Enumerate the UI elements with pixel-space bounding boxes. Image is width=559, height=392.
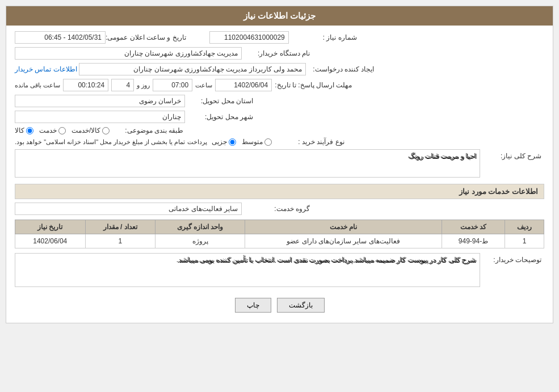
frayand-radio-group: متوسط جزیی	[212, 138, 272, 146]
radio-jozyi[interactable]: جزیی	[212, 138, 236, 146]
back-button[interactable]: بازگشت	[277, 298, 325, 313]
gorohe-khadamat-value: سایر فعالیت‌های خدماتی	[15, 203, 242, 215]
tabaqebandi-label: طبقه بندی موضوعی:	[115, 127, 183, 134]
page-header: جزئیات اطلاعات نیاز	[6, 6, 553, 26]
khadamat-table-container: ردیف کد خدمت نام خدمت واحد اندازه گیری ت…	[15, 220, 544, 248]
tawzih-label: توصیحات خریدار:	[485, 253, 541, 264]
process-text: پرداخت تمام یا بخشی از مبلغ خریدار محل "…	[15, 138, 207, 146]
tawzih-textarea[interactable]	[15, 253, 480, 287]
col-vahed: واحد اندازه گیری	[155, 220, 245, 234]
nam-dastgah-value: مدیریت جهادکشاورزی شهرستان چناران	[15, 47, 242, 60]
tawzih-container: شرح کلی کار در پیوست کار ضمیمه میباشد.پر…	[15, 253, 480, 289]
saat-label: ساعت	[195, 82, 212, 89]
radio-khedmat[interactable]: خدمت	[39, 127, 66, 134]
col-tarikh: تاریخ نیاز	[15, 220, 86, 234]
col-kod: کد خدمت	[442, 220, 505, 234]
shahr-value: چناران	[15, 111, 185, 123]
col-radif: ردیف	[505, 220, 544, 234]
mohlat-label: مهلت ارسال پاسخ: تا تاریخ:	[275, 81, 352, 89]
khadamat-table: ردیف کد خدمت نام خدمت واحد اندازه گیری ت…	[15, 220, 544, 248]
khadamat-section-header: اطلاعات خدمات مورد نیاز	[15, 184, 544, 199]
radio-kala[interactable]: کالا	[15, 127, 33, 134]
table-row: 1ط-94-949فعالیت‌های سایر سازمان‌های دارا…	[15, 234, 544, 248]
shahr-label: شهر محل تحویل:	[185, 113, 253, 121]
page-title: جزئیات اطلاعات نیاز	[243, 11, 316, 20]
nam-dastgah-label: نام دستگاه خریدار:	[242, 49, 310, 57]
shomara-niaz-value: 1102004631000029	[209, 31, 289, 44]
print-button[interactable]: چاپ	[235, 298, 271, 313]
baghimande-label: ساعت باقی مانده	[15, 82, 60, 89]
ijad-konande-label: ایجاد کننده درخواست:	[306, 65, 374, 73]
radio-motavaset[interactable]: متوسط	[242, 138, 272, 146]
ostan-label: استان محل تحویل:	[185, 97, 253, 105]
tarikh-saat-value: 1402/05/31 - 06:45	[15, 31, 106, 44]
saat-value: 07:00	[153, 79, 192, 91]
radio-kala-khedmat[interactable]: کالا/خدمت	[72, 127, 110, 134]
sharh-niaz-textarea[interactable]	[15, 149, 480, 178]
roz-label: روز و	[137, 82, 150, 89]
ijad-konande-value: محمد ولی کاربرداز مدیریت جهادکشاورزی شهر…	[79, 63, 306, 75]
col-nam: نام خدمت	[245, 220, 442, 234]
tabaqebandi-radio-group: کالا/خدمت خدمت کالا	[15, 127, 110, 134]
date-value: 1402/06/04	[215, 79, 272, 91]
baghimande-value: 00:10:24	[63, 79, 108, 91]
col-tedad: تعداد / مقدار	[85, 220, 155, 234]
gorohe-khadamat-label: گروه خدمت:	[242, 205, 310, 213]
sharh-niaz-label: شرح کلی نیاز:	[485, 149, 541, 160]
ostan-value: خراسان رضوی	[15, 95, 185, 107]
etelaat-link[interactable]: اطلاعات تماس خریدار	[15, 65, 77, 73]
tarikh-saat-label: تاریخ و ساعت اعلان عمومی:	[106, 33, 186, 41]
buttons-row: بازگشت چاپ	[15, 293, 544, 317]
shomara-niaz-label: شماره نیاز :	[289, 33, 357, 41]
noefrayand-label: نوع فرآیند خرید :	[276, 138, 344, 146]
sharh-niaz-container: احیا و مرمت قنات رونگ	[15, 149, 480, 179]
roz-value: 4	[111, 79, 134, 91]
